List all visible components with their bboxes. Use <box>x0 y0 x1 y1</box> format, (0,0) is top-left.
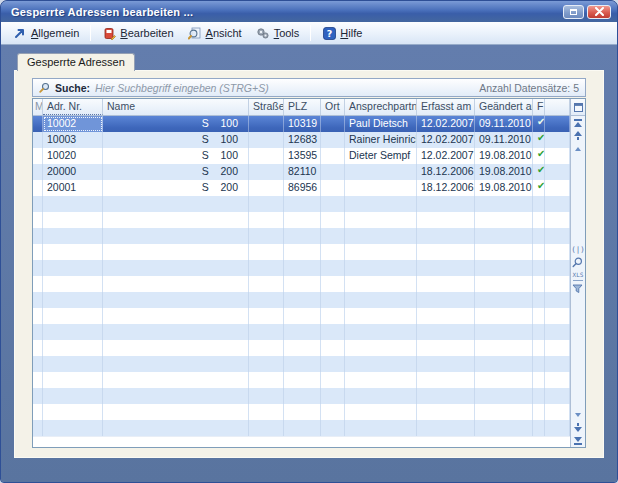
cell-name[interactable] <box>103 196 249 212</box>
cell-plz[interactable]: 82110 <box>284 164 321 180</box>
cell-geaendert_am[interactable] <box>475 388 533 404</box>
cell-adr_nr[interactable]: 20000 <box>43 164 103 180</box>
cell-ort[interactable] <box>321 276 345 292</box>
cell-strasse[interactable] <box>249 292 284 308</box>
cell-m[interactable] <box>33 260 43 276</box>
column-header-name[interactable]: Name <box>103 99 249 115</box>
cell-filler[interactable] <box>545 308 570 324</box>
cell-ansprechpartner[interactable] <box>345 388 417 404</box>
cell-filler[interactable] <box>545 324 570 340</box>
table-row[interactable] <box>33 196 570 212</box>
cell-filler[interactable] <box>545 356 570 372</box>
cell-f[interactable] <box>533 388 545 404</box>
menu-item-tools[interactable]: Tools <box>250 24 306 42</box>
cell-geaendert_am[interactable] <box>475 356 533 372</box>
cell-erfasst_am[interactable] <box>417 308 475 324</box>
cell-adr_nr[interactable] <box>43 260 103 276</box>
cell-strasse[interactable] <box>249 196 284 212</box>
cell-erfasst_am[interactable] <box>417 228 475 244</box>
menu-item-allgemein[interactable]: Allgemein <box>7 24 85 42</box>
cell-ort[interactable] <box>321 132 345 148</box>
cell-name[interactable]: S 100 <box>103 116 249 132</box>
close-button[interactable] <box>587 5 611 19</box>
cell-filler[interactable] <box>545 340 570 356</box>
cell-f[interactable] <box>533 324 545 340</box>
cell-erfasst_am[interactable] <box>417 420 475 436</box>
cell-filler[interactable] <box>545 388 570 404</box>
cell-name[interactable] <box>103 292 249 308</box>
table-row[interactable] <box>33 388 570 404</box>
table-row[interactable] <box>33 260 570 276</box>
table-row[interactable]: 20000S 2008211018.12.200619.08.2010✔ <box>33 164 570 180</box>
cell-m[interactable] <box>33 276 43 292</box>
cell-strasse[interactable] <box>249 132 284 148</box>
cell-ort[interactable] <box>321 164 345 180</box>
cell-ort[interactable] <box>321 196 345 212</box>
cell-f[interactable] <box>533 420 545 436</box>
title-bar[interactable]: Gesperrte Adressen bearbeiten ... <box>1 1 617 22</box>
cell-ansprechpartner[interactable] <box>345 356 417 372</box>
export-icon[interactable]: XLS <box>573 271 584 281</box>
menu-item-ansicht[interactable]: Ansicht <box>182 24 248 42</box>
cell-filler[interactable] <box>545 148 570 164</box>
table-row[interactable] <box>33 292 570 308</box>
cell-m[interactable] <box>33 292 43 308</box>
cell-m[interactable] <box>33 244 43 260</box>
cell-adr_nr[interactable]: 10002 <box>43 116 103 132</box>
cell-f[interactable]: ✔ <box>533 180 545 196</box>
cell-m[interactable] <box>33 372 43 388</box>
cell-m[interactable] <box>33 196 43 212</box>
cell-strasse[interactable] <box>249 276 284 292</box>
table-row[interactable] <box>33 340 570 356</box>
cell-ort[interactable] <box>321 228 345 244</box>
cell-erfasst_am[interactable]: 18.12.2006 <box>417 180 475 196</box>
cell-strasse[interactable] <box>249 324 284 340</box>
cell-name[interactable] <box>103 276 249 292</box>
column-header-ansprechpartner[interactable]: Ansprechpartner <box>345 99 417 115</box>
cell-f[interactable] <box>533 260 545 276</box>
cell-adr_nr[interactable]: 20001 <box>43 180 103 196</box>
table-row[interactable]: 10002S 10010319Paul Dietsch12.02.200709.… <box>33 116 570 132</box>
cell-geaendert_am[interactable]: 09.11.2010 <box>475 132 533 148</box>
zoom-icon[interactable] <box>572 257 583 268</box>
cell-ort[interactable] <box>321 180 345 196</box>
cell-erfasst_am[interactable] <box>417 196 475 212</box>
cell-geaendert_am[interactable] <box>475 228 533 244</box>
cell-ort[interactable] <box>321 404 345 420</box>
cell-erfasst_am[interactable] <box>417 356 475 372</box>
fit-columns-icon[interactable]: (|) <box>571 246 585 254</box>
cell-adr_nr[interactable] <box>43 388 103 404</box>
cell-plz[interactable] <box>284 372 321 388</box>
cell-adr_nr[interactable] <box>43 308 103 324</box>
column-header-adr_nr[interactable]: Adr. Nr. <box>43 99 103 115</box>
cell-ort[interactable] <box>321 244 345 260</box>
restore-button[interactable] <box>563 5 584 19</box>
cell-erfasst_am[interactable]: 12.02.2007 <box>417 148 475 164</box>
cell-ansprechpartner[interactable]: Rainer Heinrich <box>345 132 417 148</box>
cell-strasse[interactable] <box>249 388 284 404</box>
cell-ansprechpartner[interactable] <box>345 212 417 228</box>
cell-adr_nr[interactable] <box>43 340 103 356</box>
cell-ort[interactable] <box>321 292 345 308</box>
cell-plz[interactable] <box>284 420 321 436</box>
cell-erfasst_am[interactable] <box>417 388 475 404</box>
cell-name[interactable] <box>103 244 249 260</box>
scroll-to-top-button[interactable] <box>571 116 585 129</box>
cell-plz[interactable] <box>284 276 321 292</box>
cell-filler[interactable] <box>545 164 570 180</box>
cell-ansprechpartner[interactable] <box>345 404 417 420</box>
column-header-erfasst_am[interactable]: Erfasst am <box>417 99 475 115</box>
cell-plz[interactable]: 13595 <box>284 148 321 164</box>
cell-strasse[interactable] <box>249 340 284 356</box>
cell-name[interactable]: S 200 <box>103 180 249 196</box>
column-header-f[interactable]: F <box>533 99 545 115</box>
cell-f[interactable] <box>533 212 545 228</box>
cell-ansprechpartner[interactable] <box>345 276 417 292</box>
cell-adr_nr[interactable] <box>43 276 103 292</box>
cell-adr_nr[interactable]: 10020 <box>43 148 103 164</box>
cell-m[interactable] <box>33 308 43 324</box>
cell-name[interactable]: S 200 <box>103 164 249 180</box>
cell-strasse[interactable] <box>249 420 284 436</box>
scroll-page-up-button[interactable] <box>571 129 585 142</box>
tab-gesperrte-adressen[interactable]: Gesperrte Adressen <box>17 53 135 71</box>
